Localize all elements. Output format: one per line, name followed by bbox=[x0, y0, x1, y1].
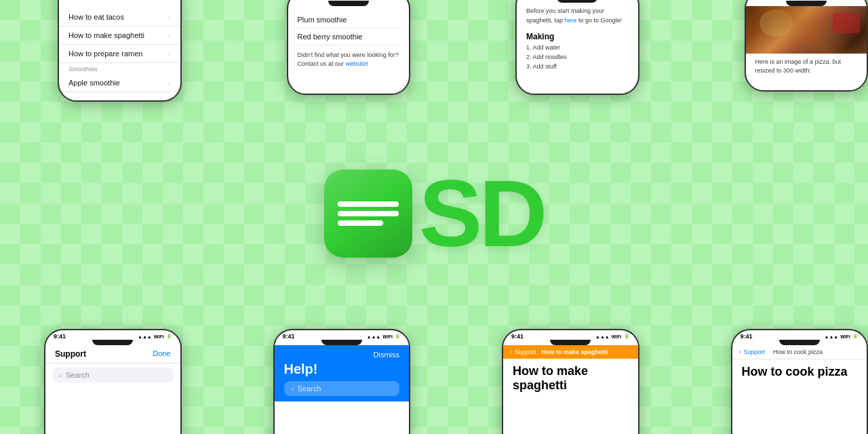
cook-pizza-label: How to cook pizza bbox=[773, 349, 823, 355]
list-item-ramen[interactable]: How to prepare ramen › bbox=[59, 45, 180, 63]
top-phone-1: 9:41 ▲▲▲ WiFi 🔋 How to eat tacos › How t… bbox=[58, 0, 182, 102]
pizza-image bbox=[746, 6, 867, 54]
article-title-spaghetti: How to make spaghetti bbox=[503, 359, 638, 398]
step-3: 3. Add stuff bbox=[517, 62, 638, 71]
search-placeholder: Search bbox=[66, 371, 90, 379]
logo-line-3 bbox=[338, 220, 384, 226]
notch-b3 bbox=[550, 340, 591, 345]
status-icons-b1: ▲▲▲ WiFi 🔋 bbox=[138, 334, 172, 339]
time-b1: 9:41 bbox=[54, 333, 66, 340]
search-bar-b2[interactable]: ⌕ Search bbox=[284, 381, 400, 396]
breadcrumb-back-label[interactable]: Support bbox=[515, 349, 536, 355]
website-link[interactable]: website bbox=[346, 60, 367, 67]
status-icons-b4: ▲▲▲ WiFi 🔋 bbox=[824, 334, 859, 339]
support-back-label[interactable]: Support bbox=[744, 349, 766, 355]
list-item-apple-smoothie[interactable]: Apple smoothie › bbox=[59, 74, 180, 92]
wifi-icon: WiFi bbox=[382, 334, 393, 339]
wifi-icon: WiFi bbox=[612, 334, 622, 339]
phone-1-content: How to eat tacos › How to make spaghetti… bbox=[59, 3, 180, 98]
step-2: 2. Add noodles bbox=[517, 52, 638, 62]
time-b3: 9:41 bbox=[511, 333, 524, 340]
chevron-icon: › bbox=[168, 79, 170, 87]
status-bar-b3: 9:41 ▲▲▲ WiFi 🔋 bbox=[503, 330, 638, 340]
status-bar-b4: 9:41 ▲▲▲ WiFi 🔋 bbox=[732, 330, 867, 340]
status-icons-b2: ▲▲▲ WiFi 🔋 bbox=[366, 334, 401, 339]
chevron-back: ‹ bbox=[510, 349, 512, 355]
battery-icon: 🔋 bbox=[166, 334, 172, 339]
time-4: 9:41 bbox=[754, 0, 766, 1]
time-2: 9:41 bbox=[296, 0, 309, 1]
orange-breadcrumb: ‹ Support How to make spaghetti bbox=[503, 345, 638, 359]
bottom-phone-2: 9:41 ▲▲▲ WiFi 🔋 Dismiss Help! ⌕ Search bbox=[273, 329, 411, 434]
battery-icon: 🔋 bbox=[624, 334, 630, 339]
search-icon: ⌕ bbox=[291, 385, 294, 392]
search-placeholder: Search bbox=[298, 384, 321, 393]
gray-breadcrumb: ‹ Support How to cook pizza bbox=[732, 345, 867, 359]
blue-header: Dismiss Help! ⌕ Search bbox=[275, 345, 410, 401]
list-item-spaghetti[interactable]: How to make spaghetti › bbox=[59, 26, 180, 45]
support-title: Support bbox=[55, 349, 86, 359]
notch-b4 bbox=[779, 340, 820, 345]
chevron-back-b4: ‹ bbox=[739, 349, 741, 355]
wifi-icon: WiFi bbox=[154, 334, 164, 339]
chevron-icon: › bbox=[168, 32, 170, 39]
top-phone-4: 9:41 ▲▲▲ WiFi 🔋 Here is an image of a pi… bbox=[745, 0, 869, 92]
signal-icon: ▲▲▲ bbox=[595, 334, 610, 339]
wifi-icon: WiFi bbox=[840, 334, 850, 339]
article-title-pizza: How to cook pizza bbox=[732, 359, 867, 384]
logo-container: SD bbox=[324, 166, 544, 261]
status-bar-b2: 9:41 ▲▲▲ WiFi 🔋 bbox=[275, 330, 410, 340]
chevron-icon: › bbox=[168, 14, 170, 21]
list-item-label: How to make spaghetti bbox=[68, 31, 144, 39]
support-nav: Support Done bbox=[45, 345, 180, 363]
list-item-tacos[interactable]: How to eat tacos › bbox=[59, 8, 180, 26]
time-b2: 9:41 bbox=[283, 333, 295, 340]
signal-icon: ▲▲▲ bbox=[824, 334, 838, 339]
logo-text: SD bbox=[419, 166, 544, 261]
chevron-icon: › bbox=[168, 50, 170, 58]
dismiss-button[interactable]: Dismiss bbox=[374, 351, 400, 359]
notch-4 bbox=[786, 1, 827, 6]
bottom-phone-3: 9:41 ▲▲▲ WiFi 🔋 ‹ Support How to make sp… bbox=[502, 329, 639, 434]
footer-text: Didn't find what you were looking for?Co… bbox=[298, 45, 400, 71]
top-phones-row: 9:41 ▲▲▲ WiFi 🔋 How to eat tacos › How t… bbox=[0, 0, 868, 105]
search-icon: ⌕ bbox=[59, 372, 62, 378]
notch-b2 bbox=[321, 340, 362, 345]
logo-line-2 bbox=[338, 211, 399, 216]
bottom-phones-row: 9:41 ▲▲▲ WiFi 🔋 Support Done ⌕ Search 9:… bbox=[0, 315, 868, 434]
list-item-label: Apple smoothie bbox=[68, 79, 120, 87]
status-bar-b1: 9:41 ▲▲▲ WiFi 🔋 bbox=[45, 330, 180, 340]
search-bar-b1[interactable]: ⌕ Search bbox=[52, 368, 174, 382]
notch-2 bbox=[328, 1, 369, 6]
signal-icon: ▲▲▲ bbox=[138, 334, 152, 339]
notch-b1 bbox=[92, 340, 133, 345]
logo-section: SD bbox=[0, 105, 868, 322]
step-1: 1. Add water bbox=[517, 43, 638, 52]
here-link[interactable]: here bbox=[565, 17, 577, 24]
making-heading: Making bbox=[517, 29, 638, 43]
help-title: Help! bbox=[284, 361, 400, 377]
smoothie-plum: Plum smoothie bbox=[298, 12, 400, 28]
done-button[interactable]: Done bbox=[153, 349, 170, 359]
logo-lines bbox=[338, 201, 399, 226]
section-header-smoothies: Smoothies bbox=[59, 63, 180, 74]
smoothie-red-berry: Red berry smoothie bbox=[298, 28, 400, 45]
phone-3-intro: Before you start making your spaghetti, … bbox=[517, 3, 638, 29]
battery-icon: 🔋 bbox=[852, 334, 859, 339]
logo-icon bbox=[324, 170, 412, 258]
bottom-phone-1: 9:41 ▲▲▲ WiFi 🔋 Support Done ⌕ Search bbox=[44, 329, 182, 434]
signal-icon: ▲▲▲ bbox=[366, 334, 380, 339]
logo-line-1 bbox=[338, 201, 399, 207]
list-item-label: How to prepare ramen bbox=[68, 50, 142, 58]
bottom-phone-4: 9:41 ▲▲▲ WiFi 🔋 ‹ Support How to cook pi… bbox=[731, 329, 869, 434]
time-b4: 9:41 bbox=[741, 333, 753, 340]
phone-2-content: Plum smoothie Red berry smoothie Didn't … bbox=[288, 6, 410, 71]
status-icons-b3: ▲▲▲ WiFi 🔋 bbox=[595, 334, 630, 339]
top-phone-3: 9:41 ▲▲▲ WiFi 🔋 Before you start making … bbox=[515, 0, 639, 95]
top-phone-2: 9:41 ▲▲▲ WiFi 🔋 Plum smoothie Red berry … bbox=[287, 0, 411, 95]
list-item-label: How to eat tacos bbox=[68, 13, 124, 21]
battery-icon: 🔋 bbox=[395, 334, 401, 339]
pizza-caption: Here is an image of a pizza, but resized… bbox=[746, 54, 867, 79]
breadcrumb-current-label: How to make spaghetti bbox=[542, 349, 608, 355]
